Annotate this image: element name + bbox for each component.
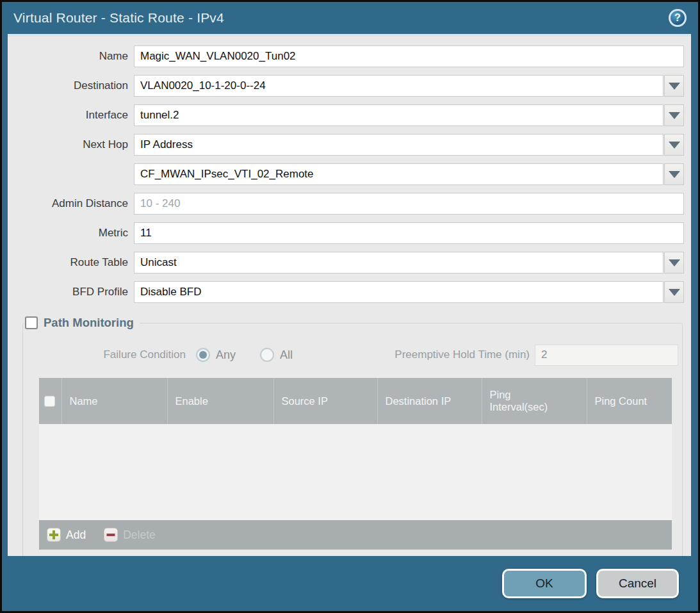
next-hop-address-row — [15, 163, 684, 185]
chevron-down-icon — [669, 142, 680, 149]
admin-distance-input[interactable] — [134, 193, 684, 215]
help-icon[interactable]: ? — [669, 9, 687, 27]
next-hop-address-dropdown-button[interactable] — [664, 163, 684, 185]
name-input[interactable] — [134, 45, 684, 67]
failure-condition-label: Failure Condition — [24, 348, 186, 361]
delete-button-label: Delete — [123, 528, 156, 542]
next-hop-row: Next Hop — [15, 134, 684, 156]
cancel-button[interactable]: Cancel — [596, 569, 679, 598]
route-table-input[interactable] — [134, 252, 663, 274]
failure-condition-any-radio[interactable] — [196, 348, 210, 362]
failure-condition-row: Failure Condition Any All Preemptive Hol… — [24, 344, 678, 366]
path-monitoring-checkbox[interactable] — [25, 316, 38, 329]
failure-condition-any-label: Any — [216, 348, 236, 362]
static-route-dialog: Virtual Router - Static Route - IPv4 ? N… — [2, 2, 698, 611]
preemptive-hold-time-label: Preemptive Hold Time (min) — [307, 348, 535, 361]
admin-distance-row: Admin Distance — [15, 193, 684, 215]
path-monitoring-legend: Path Monitoring — [24, 316, 140, 330]
bfd-profile-row: BFD Profile — [15, 281, 684, 303]
metric-row: Metric — [15, 222, 684, 244]
next-hop-type-dropdown-button[interactable] — [664, 134, 684, 156]
interface-label: Interface — [15, 109, 134, 122]
add-button[interactable]: Add — [47, 528, 86, 542]
chevron-down-icon — [669, 83, 680, 90]
metric-input[interactable] — [134, 222, 684, 244]
column-header-destination-ip: Destination IP — [377, 378, 482, 424]
column-header-name: Name — [61, 378, 167, 424]
admin-distance-label: Admin Distance — [15, 197, 134, 210]
column-header-ping-count: Ping Count — [587, 378, 672, 424]
delete-minus-icon — [104, 528, 118, 542]
path-monitoring-table: Name Enable Source IP Destination IP Pin… — [39, 378, 672, 550]
interface-dropdown-button[interactable] — [664, 104, 684, 126]
dialog-titlebar: Virtual Router - Static Route - IPv4 ? — [2, 2, 698, 34]
next-hop-address-input[interactable] — [134, 163, 663, 185]
column-header-ping-interval: Ping Interval(sec) — [482, 378, 587, 424]
dialog-footer: OK Cancel — [2, 556, 698, 611]
preemptive-hold-time-input[interactable] — [535, 345, 678, 366]
column-header-enable: Enable — [167, 378, 273, 424]
failure-condition-all-radio[interactable] — [260, 348, 274, 362]
destination-dropdown-button[interactable] — [664, 75, 684, 97]
chevron-down-icon — [669, 289, 680, 296]
bfd-profile-input[interactable] — [134, 281, 663, 303]
help-glyph: ? — [674, 12, 681, 24]
route-table-dropdown-button[interactable] — [664, 252, 684, 274]
failure-condition-all-label: All — [280, 348, 293, 362]
interface-input[interactable] — [134, 104, 663, 126]
select-all-checkbox[interactable] — [44, 396, 55, 407]
next-hop-label: Next Hop — [15, 138, 134, 151]
delete-button[interactable]: Delete — [104, 528, 156, 542]
destination-row: Destination — [15, 75, 684, 97]
chevron-down-icon — [669, 171, 680, 178]
bfd-profile-dropdown-button[interactable] — [664, 281, 684, 303]
bfd-profile-label: BFD Profile — [15, 286, 134, 298]
route-table-row: Route Table — [15, 252, 684, 274]
path-monitoring-group: Path Monitoring Failure Condition Any Al… — [22, 316, 683, 556]
chevron-down-icon — [669, 112, 680, 119]
metric-label: Metric — [15, 227, 134, 240]
route-table-label: Route Table — [15, 256, 134, 269]
table-header-row: Name Enable Source IP Destination IP Pin… — [39, 378, 672, 424]
dialog-content: Name Destination Interface — [8, 34, 691, 556]
add-plus-icon — [47, 528, 61, 542]
table-footer: Add Delete — [39, 520, 672, 550]
column-header-source-ip: Source IP — [273, 378, 377, 424]
name-row: Name — [15, 45, 684, 67]
destination-label: Destination — [15, 79, 134, 92]
add-button-label: Add — [66, 528, 86, 542]
name-label: Name — [15, 50, 134, 63]
chevron-down-icon — [669, 259, 680, 266]
destination-input[interactable] — [134, 75, 663, 97]
path-monitoring-title: Path Monitoring — [44, 316, 134, 330]
next-hop-type-input[interactable] — [134, 134, 663, 156]
dialog-title: Virtual Router - Static Route - IPv4 — [13, 10, 224, 26]
interface-row: Interface — [15, 104, 684, 126]
select-all-header-cell — [39, 378, 61, 424]
table-empty-body — [39, 424, 672, 520]
ok-button[interactable]: OK — [502, 569, 587, 598]
